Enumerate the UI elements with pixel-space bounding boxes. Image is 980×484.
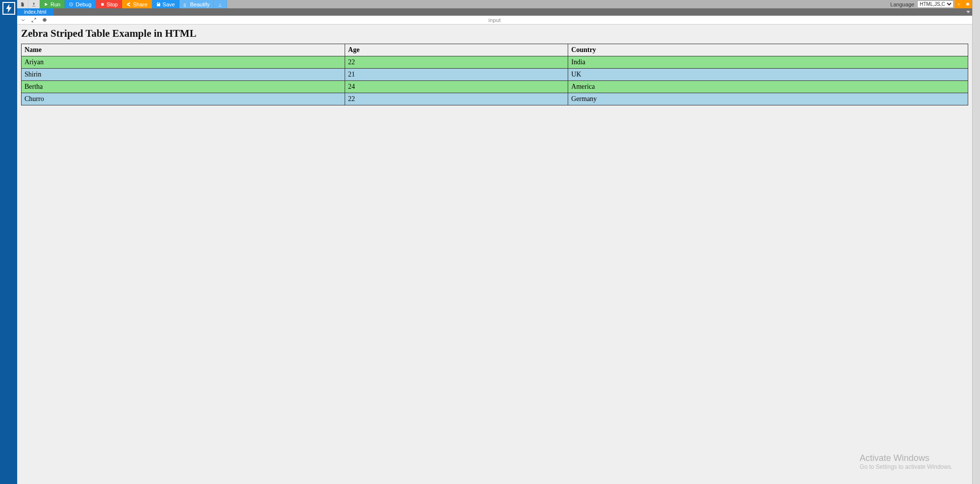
table-row: Bertha 24 America [22,81,968,93]
zebra-table: Name Age Country Ariyan 22 India Shirin … [21,44,968,105]
col-country: Country [568,44,968,56]
watermark-line1: Activate Windows [860,453,953,463]
debug-button[interactable]: Debug [65,0,96,8]
panel-bar: input [17,16,972,25]
settings-button[interactable] [963,0,972,8]
share-icon [126,2,131,7]
file-icon [20,2,25,7]
upload-icon [31,2,36,7]
debug-label: Debug [75,1,91,7]
col-name: Name [22,44,345,56]
stop-icon [100,2,105,7]
bolt-icon [5,4,12,13]
tab-strip: index.html [17,8,972,16]
expand-icon[interactable] [31,17,37,23]
main-area: Run Debug Stop Share Save [17,0,972,484]
table-row: Ariyan 22 India [22,56,968,69]
windows-watermark: Activate Windows Go to Settings to activ… [860,453,953,470]
tab-index-html[interactable]: index.html [17,8,53,16]
panel-title: input [488,17,501,23]
save-button[interactable]: Save [152,0,179,8]
svg-marker-1 [45,2,48,6]
play-icon [44,2,49,7]
table-row: Shirin 21 UK [22,69,968,81]
cell-age: 21 [345,69,568,81]
tabs-dropdown-icon[interactable] [966,11,970,13]
left-sidebar [0,0,17,484]
upload-button[interactable] [28,0,40,8]
cell-country: UK [568,69,968,81]
toolbar: Run Debug Stop Share Save [17,0,972,8]
scrollbar-stub[interactable] [972,0,980,484]
tabstrip-right [966,8,972,16]
page-heading: Zebra Striped Table Example in HTML [21,27,968,40]
beautify-button[interactable]: {} Beautify [179,0,214,8]
help-button[interactable]: ? [955,0,963,8]
toolbar-spacer [227,0,887,8]
braces-icon: {} [183,2,188,7]
save-label: Save [163,1,175,7]
svg-marker-0 [6,4,11,13]
language-label: Language [887,0,917,8]
cell-name: Shirin [22,69,345,81]
cell-country: America [568,81,968,93]
share-label: Share [133,1,147,7]
app-logo[interactable] [2,2,15,15]
download-icon [218,2,223,7]
svg-rect-3 [101,3,103,5]
cell-name: Bertha [22,81,345,93]
watermark-line2: Go to Settings to activate Windows. [860,463,953,470]
cell-country: Germany [568,93,968,105]
language-select[interactable]: HTML,JS,C [917,0,954,8]
cell-name: Ariyan [22,56,345,69]
table-row: Churro 22 Germany [22,93,968,105]
share-button[interactable]: Share [122,0,151,8]
panel-settings-icon[interactable] [42,17,48,23]
table-header-row: Name Age Country [22,44,968,56]
output-pane: Zebra Striped Table Example in HTML Name… [17,25,972,484]
cell-country: India [568,56,968,69]
stop-button[interactable]: Stop [96,0,123,8]
run-button[interactable]: Run [40,0,65,8]
svg-text:{}: {} [184,2,186,6]
stop-label: Stop [107,1,118,7]
clock-icon [69,2,74,7]
run-label: Run [50,1,60,7]
beautify-label: Beautify [190,1,210,7]
question-icon: ? [956,2,961,7]
cell-age: 22 [345,93,568,105]
download-button[interactable] [214,0,227,8]
cell-age: 22 [345,56,568,69]
tab-label: index.html [24,9,47,15]
collapse-icon[interactable] [20,17,26,23]
save-icon [156,2,161,7]
cell-age: 24 [345,81,568,93]
new-file-button[interactable] [17,0,28,8]
cell-name: Churro [22,93,345,105]
col-age: Age [345,44,568,56]
svg-text:?: ? [957,2,959,6]
gear-icon [965,2,970,7]
